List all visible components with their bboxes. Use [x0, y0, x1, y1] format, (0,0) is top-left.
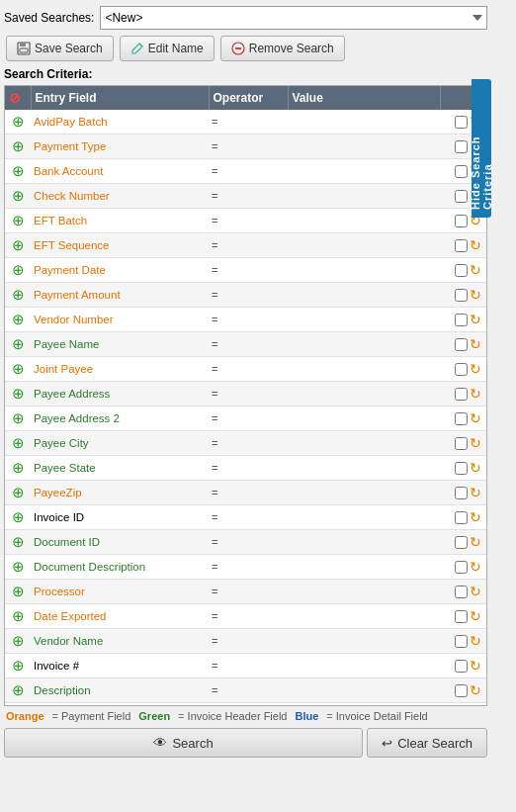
add-row-icon[interactable]: ⊕ [12, 558, 25, 575]
row-field-name[interactable]: Payment Amount [31, 283, 209, 308]
row-checkbox[interactable] [455, 338, 468, 351]
row-checkbox[interactable] [455, 314, 468, 326]
row-field-name[interactable]: Description [31, 678, 209, 703]
row-field-name[interactable]: PayeeZip [31, 481, 209, 505]
table-row: ⊕Payee Name=↻ [5, 332, 486, 357]
row-checkbox[interactable] [455, 684, 468, 697]
row-field-name[interactable]: Document ID [31, 530, 209, 555]
row-field-name[interactable]: Bank Account [31, 159, 209, 184]
row-checkbox[interactable] [455, 437, 468, 450]
row-checkbox[interactable] [455, 511, 468, 524]
add-row-icon[interactable]: ⊕ [12, 360, 25, 377]
row-refresh-icon[interactable]: ↻ [470, 460, 481, 476]
row-checkbox[interactable] [455, 610, 468, 623]
add-row-icon[interactable]: ⊕ [12, 409, 25, 426]
row-checkbox[interactable] [455, 561, 468, 574]
row-field-name[interactable]: Invoice # [31, 654, 209, 678]
row-checkbox[interactable] [455, 635, 468, 648]
row-refresh-icon[interactable]: ↻ [470, 386, 481, 402]
saved-searches-select[interactable]: <New> [100, 6, 487, 30]
add-row-icon[interactable]: ⊕ [12, 657, 25, 674]
row-field-name[interactable]: Payee City [31, 431, 209, 456]
row-checkbox[interactable] [455, 363, 468, 376]
row-checkbox[interactable] [455, 462, 468, 475]
row-refresh-icon[interactable]: ↻ [470, 336, 481, 352]
row-checkbox[interactable] [455, 412, 468, 425]
add-row-icon[interactable]: ⊕ [12, 335, 25, 352]
hide-search-criteria-tab[interactable]: Hide Search Criteria [472, 79, 491, 218]
row-add-cell: ⊕ [5, 209, 31, 233]
row-refresh-icon[interactable]: ↻ [470, 584, 481, 599]
row-checkbox[interactable] [455, 388, 468, 401]
row-field-name[interactable]: Joint Payee [31, 357, 209, 382]
add-row-icon[interactable]: ⊕ [12, 286, 25, 303]
row-refresh-icon[interactable]: ↻ [470, 361, 481, 377]
row-refresh-icon[interactable]: ↻ [470, 559, 481, 575]
row-checkbox[interactable] [455, 660, 468, 673]
row-field-name[interactable]: Vendor Name [31, 629, 209, 654]
add-row-icon[interactable]: ⊕ [12, 236, 25, 253]
row-refresh-icon[interactable]: ↻ [470, 534, 481, 550]
row-checkbox[interactable] [455, 140, 468, 153]
add-row-icon[interactable]: ⊕ [12, 212, 25, 228]
add-row-icon[interactable]: ⊕ [12, 113, 25, 130]
row-field-name[interactable]: Payee Name [31, 332, 209, 357]
row-field-name[interactable]: Date Exported [31, 604, 209, 629]
add-row-icon[interactable]: ⊕ [12, 681, 25, 698]
row-refresh-icon[interactable]: ↻ [470, 485, 481, 500]
row-field-name[interactable]: Payee Address 2 [31, 406, 209, 431]
add-row-icon[interactable]: ⊕ [12, 533, 25, 550]
search-button[interactable]: 👁 Search [4, 728, 363, 758]
add-row-icon[interactable]: ⊕ [12, 459, 25, 476]
row-field-name[interactable]: Payee Address [31, 382, 209, 406]
row-refresh-icon[interactable]: ↻ [470, 410, 481, 426]
row-field-name[interactable]: Payment Type [31, 135, 209, 159]
row-refresh-icon[interactable]: ↻ [470, 633, 481, 649]
row-checkbox[interactable] [455, 215, 468, 227]
row-checkbox[interactable] [455, 264, 468, 277]
add-row-icon[interactable]: ⊕ [12, 261, 25, 278]
add-row-icon[interactable]: ⊕ [12, 162, 25, 179]
remove-search-button[interactable]: Remove Search [220, 36, 345, 61]
row-refresh-icon[interactable]: ↻ [470, 608, 481, 624]
row-refresh-icon[interactable]: ↻ [470, 287, 481, 303]
row-refresh-icon[interactable]: ↻ [470, 658, 481, 674]
add-row-icon[interactable]: ⊕ [12, 385, 25, 402]
clear-search-button[interactable]: ↩ Clear Search [367, 728, 487, 758]
row-checkbox[interactable] [455, 116, 468, 129]
row-refresh-icon[interactable]: ↻ [470, 312, 481, 327]
row-checkbox[interactable] [455, 165, 468, 178]
row-checkbox[interactable] [455, 190, 468, 203]
add-row-icon[interactable]: ⊕ [12, 508, 25, 525]
add-row-icon[interactable]: ⊕ [12, 607, 25, 624]
row-refresh-icon[interactable]: ↻ [470, 509, 481, 525]
row-field-name[interactable]: Vendor Number [31, 308, 209, 332]
row-field-name[interactable]: Document Description [31, 555, 209, 580]
row-refresh-icon[interactable]: ↻ [470, 237, 481, 253]
row-field-name[interactable]: Payee State [31, 456, 209, 481]
add-row-icon[interactable]: ⊕ [12, 434, 25, 451]
row-field-name[interactable]: AvidPay Batch [31, 110, 209, 135]
add-row-icon[interactable]: ⊕ [12, 311, 25, 327]
edit-name-button[interactable]: Edit Name [120, 36, 215, 61]
row-refresh-icon[interactable]: ↻ [470, 262, 481, 278]
add-row-icon[interactable]: ⊕ [12, 583, 25, 599]
row-field-name[interactable]: Check Number [31, 184, 209, 209]
row-checkbox[interactable] [455, 239, 468, 252]
add-row-icon[interactable]: ⊕ [12, 632, 25, 649]
row-field-name[interactable]: Invoice ID [31, 505, 209, 530]
row-field-name[interactable]: EFT Batch [31, 209, 209, 233]
add-row-icon[interactable]: ⊕ [12, 187, 25, 204]
row-checkbox[interactable] [455, 586, 468, 598]
row-checkbox[interactable] [455, 536, 468, 549]
add-row-icon[interactable]: ⊕ [12, 137, 25, 154]
save-search-button[interactable]: Save Search [6, 36, 114, 61]
row-refresh-icon[interactable]: ↻ [470, 435, 481, 451]
row-field-name[interactable]: EFT Sequence [31, 233, 209, 258]
row-checkbox[interactable] [455, 487, 468, 499]
row-refresh-icon[interactable]: ↻ [470, 682, 481, 698]
row-field-name[interactable]: Processor [31, 580, 209, 604]
row-checkbox[interactable] [455, 289, 468, 302]
add-row-icon[interactable]: ⊕ [12, 484, 25, 500]
row-field-name[interactable]: Payment Date [31, 258, 209, 283]
